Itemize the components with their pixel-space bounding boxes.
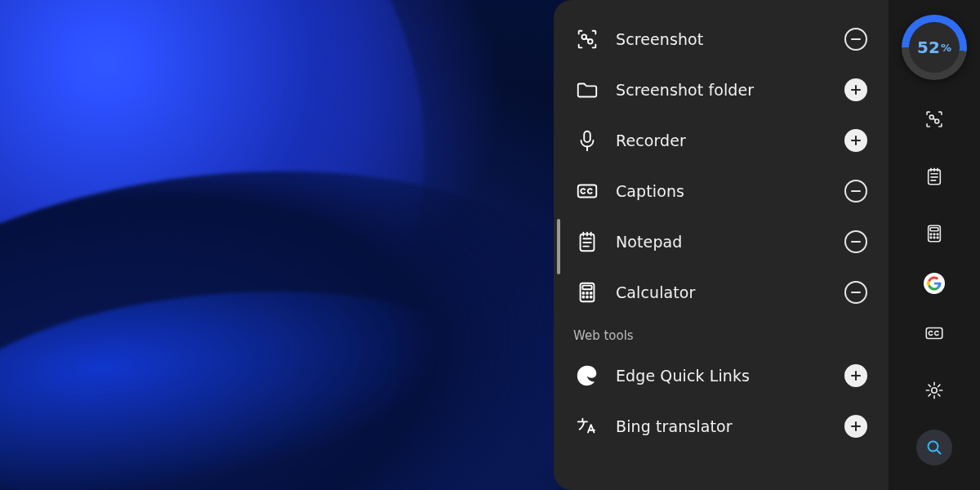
tool-label: Recorder xyxy=(616,131,830,149)
tool-label: Calculator xyxy=(616,283,830,301)
svg-point-17 xyxy=(590,292,592,294)
svg-point-16 xyxy=(586,292,588,294)
svg-point-36 xyxy=(930,237,932,238)
captions-icon xyxy=(573,177,601,205)
svg-point-35 xyxy=(937,234,938,235)
svg-point-40 xyxy=(932,388,938,394)
progress-number: 52 xyxy=(917,38,940,57)
tool-row-captions[interactable]: Captions xyxy=(570,170,872,212)
svg-point-37 xyxy=(933,237,935,238)
svg-point-33 xyxy=(930,234,932,235)
svg-point-18 xyxy=(582,296,584,298)
remove-button[interactable] xyxy=(844,180,867,203)
svg-rect-14 xyxy=(582,286,591,290)
tool-row-bing-translator[interactable]: Bing translator xyxy=(570,405,872,448)
svg-point-38 xyxy=(937,237,938,238)
google-icon[interactable] xyxy=(924,273,945,294)
svg-rect-32 xyxy=(930,228,938,231)
screenshot-icon xyxy=(573,25,601,53)
gear-icon[interactable] xyxy=(916,372,952,408)
svg-point-34 xyxy=(933,234,935,235)
tool-label: Captions xyxy=(616,182,830,200)
add-button[interactable] xyxy=(844,78,867,101)
tool-label: Edge Quick Links xyxy=(616,367,830,385)
remove-button[interactable] xyxy=(844,281,867,304)
calculator-icon[interactable] xyxy=(916,216,952,252)
screenshot-icon[interactable] xyxy=(916,101,952,137)
microphone-icon xyxy=(573,127,601,154)
notepad-icon xyxy=(573,228,601,256)
remove-button[interactable] xyxy=(844,28,867,51)
folder-icon xyxy=(573,76,601,104)
search-icon[interactable] xyxy=(916,430,952,466)
tool-row-edge-quick-links[interactable]: Edge Quick Links xyxy=(570,354,872,397)
tool-row-screenshot-folder[interactable]: Screenshot folder xyxy=(570,69,872,111)
tool-label: Notepad xyxy=(616,233,830,251)
translate-icon xyxy=(573,412,601,440)
svg-rect-3 xyxy=(584,131,590,142)
scrollbar-thumb[interactable] xyxy=(557,219,560,274)
svg-point-20 xyxy=(590,296,592,298)
captions-icon[interactable] xyxy=(916,315,952,351)
add-button[interactable] xyxy=(844,415,867,438)
tools-panel: Screenshot Screenshot folder Recorder xyxy=(554,0,889,490)
svg-line-42 xyxy=(937,450,941,454)
tool-label: Bing translator xyxy=(616,417,830,435)
edge-icon xyxy=(573,362,601,390)
tool-row-recorder[interactable]: Recorder xyxy=(570,119,872,162)
performance-ring[interactable]: 52% xyxy=(902,15,967,80)
tool-label: Screenshot xyxy=(616,30,830,48)
section-header-web-tools: Web tools xyxy=(570,322,872,346)
notepad-icon[interactable] xyxy=(916,158,952,194)
svg-line-2 xyxy=(586,38,589,40)
performance-value: 52% xyxy=(909,22,960,73)
add-button[interactable] xyxy=(844,129,867,152)
sidebar: 52% xyxy=(889,0,980,490)
calculator-icon xyxy=(573,278,601,306)
svg-line-23 xyxy=(933,118,935,120)
add-button[interactable] xyxy=(844,364,867,387)
svg-point-19 xyxy=(586,296,588,298)
svg-point-15 xyxy=(582,292,584,294)
tool-row-calculator[interactable]: Calculator xyxy=(570,271,872,314)
progress-unit: % xyxy=(941,42,951,54)
tool-label: Screenshot folder xyxy=(616,81,830,99)
remove-button[interactable] xyxy=(844,230,867,253)
tool-row-screenshot[interactable]: Screenshot xyxy=(570,18,872,60)
tool-row-notepad[interactable]: Notepad xyxy=(570,220,872,263)
